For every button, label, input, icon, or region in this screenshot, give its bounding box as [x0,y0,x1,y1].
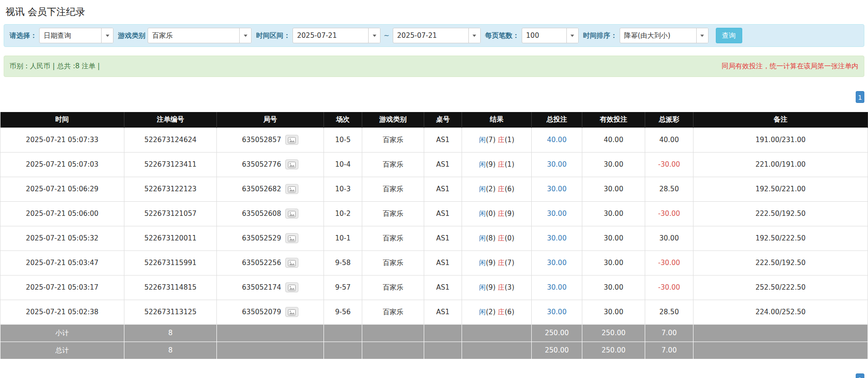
date-from-dropdown[interactable]: 2025-07-21 [293,28,380,43]
pagination-bottom: 1 [4,373,864,378]
round-result-button[interactable] [285,209,298,219]
total-bet-link[interactable]: 30.00 [547,283,567,291]
subtotal-payout: 7.00 [645,324,693,342]
banker-result-label: 庄 [498,160,505,169]
total-bet-link[interactable]: 30.00 [547,160,567,169]
total-bet-cell: 40.00 [532,128,582,152]
round-result-button[interactable] [285,184,298,194]
banker-result-score: (6) [505,185,514,193]
col-header-time: 时间 [0,112,124,128]
time-cell: 2025-07-21 05:03:47 [0,250,124,275]
payout-cell: 40.00 [645,128,693,152]
date-to-dropdown[interactable]: 2025-07-21 [393,28,481,43]
valid-bet-cell: 30.00 [582,201,645,226]
round-id: 635052682 [242,185,281,193]
cards-icon [288,137,296,143]
total-bet-link[interactable]: 40.00 [547,136,567,144]
payout-cell: 30.00 [645,226,693,250]
table-no-cell: AS1 [424,201,462,226]
result-cell: 闲(7)庄(1) [462,128,532,152]
game-type-cell: 百家乐 [362,275,424,300]
result-cell: 闲(2)庄(6) [462,177,532,201]
session-cell: 10-2 [324,201,362,226]
table-header-row: 时间 注单编号 局号 场次 游戏类别 桌号 结果 总投注 有效投注 总派彩 备注 [0,112,868,128]
player-result-label: 闲 [479,136,486,144]
total-bet-link[interactable]: 30.00 [547,234,567,242]
table-no-cell: AS1 [424,300,462,324]
page-size-dropdown[interactable]: 100 [522,28,579,43]
col-header-round: 局号 [217,112,324,128]
time-sort-dropdown[interactable]: 降幂(由大到小) [620,28,709,43]
time-cell: 2025-07-21 05:06:29 [0,177,124,201]
payout-value: 28.50 [659,308,679,316]
footer-empty-cell [362,342,424,359]
total-row: 总计 8 250.00 250.00 7.00 [0,342,868,359]
footer-empty-cell [424,342,462,359]
search-button[interactable]: 查询 [716,28,742,43]
select-type-dropdown[interactable]: 日期查询 [39,28,113,43]
total-bet-link[interactable]: 30.00 [547,308,567,316]
date-range-separator: ~ [384,31,390,40]
cards-icon [288,260,296,266]
filter-bar: 请选择： 日期查询 游戏类别 百家乐 时间区间： 2025-07-21 ~ 20… [4,24,864,47]
select-type-value: 日期查询 [40,31,75,40]
caret-down-icon [468,28,480,43]
player-result-score: (9) [486,259,495,267]
table-row: 2025-07-21 05:05:32 522673120011 6350525… [0,226,868,250]
summary-currency-count: 币别 : 人民币 | 总共 :8 注单 | [10,62,100,71]
payout-value: 28.50 [659,185,679,193]
page-button-1[interactable]: 1 [856,373,864,378]
round-result-button[interactable] [285,233,298,243]
banker-result-label: 庄 [498,136,505,144]
total-bet-link[interactable]: 30.00 [547,185,567,193]
payout-cell: -30.00 [645,275,693,300]
time-cell: 2025-07-21 05:06:00 [0,201,124,226]
table-row: 2025-07-21 05:03:17 522673114815 6350521… [0,275,868,300]
page-title: 视讯 会员下注纪录 [0,0,868,22]
player-result-score: (8) [486,234,495,242]
page-button-1[interactable]: 1 [856,91,864,103]
payout-cell: -30.00 [645,250,693,275]
remark-cell: 222.50/192.50 [693,250,868,275]
time-cell: 2025-07-21 05:07:33 [0,128,124,152]
col-header-result: 结果 [462,112,532,128]
payout-value: -30.00 [658,209,680,218]
time-cell: 2025-07-21 05:05:32 [0,226,124,250]
game-type-value: 百家乐 [148,31,177,40]
total-bet-cell: 30.00 [532,177,582,201]
game-type-cell: 百家乐 [362,152,424,177]
round-result-button[interactable] [285,282,298,292]
banker-result-label: 庄 [498,308,505,316]
subtotal-count: 8 [124,324,217,342]
game-type-label: 游戏类别 [118,31,145,40]
total-bet-link[interactable]: 30.00 [547,259,567,267]
round-cell: 635052682 [217,177,324,201]
subtotal-row: 小计 8 250.00 250.00 7.00 [0,324,868,342]
valid-bet-cell: 30.00 [582,250,645,275]
time-sort-value: 降幂(由大到小) [620,31,675,40]
total-payout: 7.00 [645,342,693,359]
caret-down-icon [101,28,113,43]
bet-id-cell: 522673122123 [124,177,217,201]
result-cell: 闲(9)庄(1) [462,152,532,177]
session-cell: 9-56 [324,300,362,324]
round-result-button[interactable] [285,307,298,317]
subtotal-label: 小计 [0,324,124,342]
round-cell: 635052529 [217,226,324,250]
game-type-dropdown[interactable]: 百家乐 [148,28,252,43]
round-result-button[interactable] [285,135,298,145]
result-cell: 闲(9)庄(3) [462,275,532,300]
caret-down-icon [368,28,380,43]
bet-id-cell: 522673115991 [124,250,217,275]
valid-bet-cell: 30.00 [582,300,645,324]
total-bet-link[interactable]: 30.00 [547,209,567,218]
date-from-value: 2025-07-21 [293,31,341,40]
session-cell: 10-4 [324,152,362,177]
caret-down-icon [566,28,578,43]
page-size-label: 每页笔数： [485,31,519,40]
result-cell: 闲(9)庄(7) [462,250,532,275]
round-result-button[interactable] [285,159,298,169]
round-result-button[interactable] [285,258,298,268]
table-row: 2025-07-21 05:06:29 522673122123 6350526… [0,177,868,201]
session-cell: 9-57 [324,275,362,300]
